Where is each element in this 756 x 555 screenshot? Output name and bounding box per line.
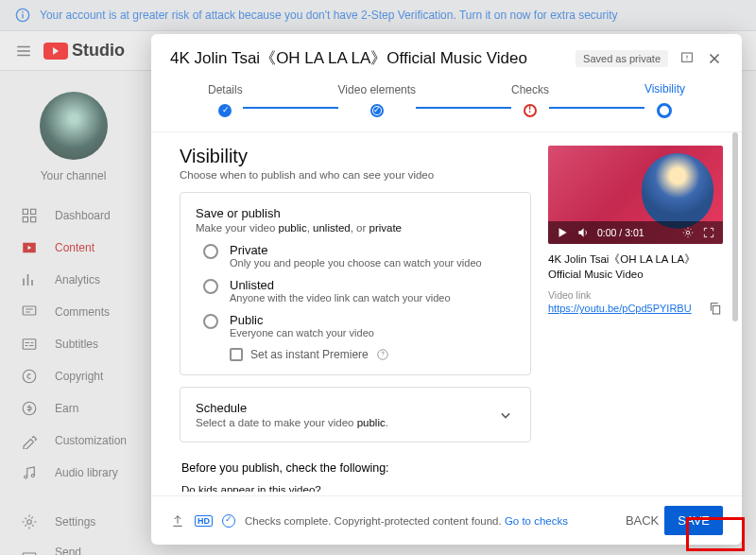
sidebar-item-comments[interactable]: Comments — [0, 296, 146, 328]
schedule-card[interactable]: Schedule Select a date to make your vide… — [180, 387, 531, 442]
before-q1: Do kids appear in this video? — [181, 484, 529, 492]
video-link[interactable]: https://youtu.be/pCpd5PYIRBU — [548, 303, 692, 314]
copy-icon[interactable] — [708, 301, 723, 316]
check-icon — [218, 104, 232, 117]
feedback-icon — [21, 550, 38, 555]
go-to-checks-link[interactable]: Go to checks — [505, 515, 568, 527]
sidebar-item-copyright[interactable]: Copyright — [0, 360, 146, 392]
sidebar-item-label: Content — [55, 241, 94, 254]
play-icon[interactable] — [556, 226, 569, 239]
customization-icon — [21, 432, 38, 449]
sidebar-item-subtitles[interactable]: Subtitles — [0, 328, 146, 360]
avatar-icon — [40, 92, 108, 160]
video-preview[interactable]: 0:00 / 3:01 — [548, 146, 723, 244]
svg-point-12 — [25, 476, 27, 478]
close-icon[interactable] — [706, 50, 723, 67]
channel-block[interactable]: Your channel — [0, 82, 146, 199]
svg-rect-6 — [31, 217, 36, 222]
youtube-play-icon — [43, 43, 68, 60]
before-title: Before you publish, check the following: — [181, 461, 529, 475]
sidebar-item-audio-library[interactable]: Audio library — [0, 457, 146, 489]
modal-footer: HD Checks complete. Copyright-protected … — [151, 495, 742, 545]
sidebar-item-label: Settings — [55, 515, 95, 529]
chevron-down-icon — [496, 406, 515, 425]
sidebar-item-label: Customization — [55, 434, 127, 447]
svg-point-14 — [27, 520, 32, 525]
sidebar-item-label: Dashboard — [55, 209, 111, 222]
brand-text: Studio — [72, 41, 125, 61]
svg-rect-3 — [23, 209, 27, 214]
scrollbar[interactable] — [732, 132, 738, 321]
copyright-icon — [21, 368, 38, 385]
sidebar-item-label: Copyright — [55, 370, 103, 383]
publish-card-title: Save or publish — [196, 206, 515, 220]
sidebar-item-label: Earn — [55, 402, 78, 415]
help-icon[interactable] — [376, 348, 389, 361]
step-visibility[interactable]: Visibility — [644, 82, 685, 118]
radio-public[interactable]: PublicEveryone can watch your video — [203, 313, 515, 338]
sidebar: Your channel Dashboard Content Analytics… — [0, 71, 146, 555]
studio-logo[interactable]: Studio — [43, 41, 125, 61]
video-upload-modal: 4K Jolin Tsai《OH LA LA LA》Official Music… — [151, 34, 742, 545]
security-alert-banner[interactable]: Your account is at greater risk of attac… — [0, 0, 756, 31]
sidebar-item-label: Subtitles — [55, 338, 98, 351]
svg-rect-9 — [23, 339, 36, 350]
alert-text: Your account is at greater risk of attac… — [40, 9, 618, 22]
svg-rect-2 — [22, 11, 23, 12]
svg-point-10 — [23, 370, 36, 383]
back-button[interactable]: BACK — [620, 506, 664, 535]
schedule-sub: Select a date to make your video public. — [196, 417, 388, 428]
svg-rect-20 — [713, 306, 719, 315]
radio-icon — [203, 244, 218, 259]
step-video-elements[interactable]: Video elements — [338, 83, 417, 117]
visibility-heading: Visibility — [180, 146, 531, 167]
modal-title: 4K Jolin Tsai《OH LA LA LA》Official Music… — [170, 47, 527, 69]
settings-gear-icon[interactable] — [681, 226, 695, 239]
comments-icon — [21, 304, 38, 321]
feedback-icon[interactable] — [679, 51, 695, 66]
analytics-icon — [21, 271, 38, 288]
radio-private[interactable]: PrivateOnly you and people you choose ca… — [203, 243, 515, 269]
sidebar-item-label: Comments — [55, 305, 110, 319]
preview-title: 4K Jolin Tsai《OH LA LA LA》Official Music… — [548, 251, 723, 282]
sidebar-item-dashboard[interactable]: Dashboard — [0, 199, 146, 232]
checkbox-icon — [230, 348, 243, 361]
step-checks[interactable]: Checks — [511, 83, 549, 117]
instant-premiere-checkbox[interactable]: Set as instant Premiere — [230, 348, 515, 361]
visibility-sub: Choose when to publish and who can see y… — [180, 169, 531, 181]
svg-rect-5 — [23, 217, 27, 222]
sidebar-item-label: Send feedback — [55, 546, 126, 555]
saved-badge: Saved as private — [576, 50, 668, 67]
earn-icon — [21, 400, 38, 417]
sidebar-item-customization[interactable]: Customization — [0, 425, 146, 457]
fullscreen-icon[interactable] — [702, 226, 715, 239]
sidebar-item-content[interactable]: Content — [0, 232, 146, 264]
svg-rect-1 — [22, 14, 23, 19]
radio-icon — [203, 314, 218, 329]
hd-badge: HD — [195, 515, 213, 527]
sidebar-item-send-feedback[interactable]: Send feedback — [0, 538, 146, 555]
radio-unlisted[interactable]: UnlistedAnyone with the video link can w… — [203, 278, 515, 304]
sidebar-item-earn[interactable]: Earn — [0, 392, 146, 425]
check-icon — [370, 104, 384, 117]
current-step-icon — [657, 103, 672, 118]
footer-status-text: Checks complete. Copyright-protected con… — [245, 515, 568, 527]
content-icon — [21, 239, 38, 256]
stepper: Details Video elements Checks Visibility — [151, 78, 742, 132]
svg-point-13 — [31, 475, 34, 477]
gear-icon — [21, 513, 38, 530]
step-details[interactable]: Details — [208, 83, 243, 117]
sidebar-item-analytics[interactable]: Analytics — [0, 264, 146, 296]
save-button[interactable]: SAVE — [664, 506, 723, 535]
svg-point-17 — [373, 107, 381, 114]
svg-rect-8 — [23, 306, 36, 315]
volume-icon[interactable] — [576, 226, 590, 239]
upload-icon[interactable] — [170, 513, 185, 529]
sidebar-item-settings[interactable]: Settings — [0, 506, 146, 538]
check-icon — [222, 514, 235, 528]
warning-icon — [524, 104, 537, 117]
hamburger-icon[interactable] — [15, 43, 32, 60]
publish-card: Save or publish Make your video public, … — [180, 192, 531, 375]
svg-rect-4 — [31, 209, 36, 214]
video-time: 0:00 / 3:01 — [597, 227, 644, 238]
